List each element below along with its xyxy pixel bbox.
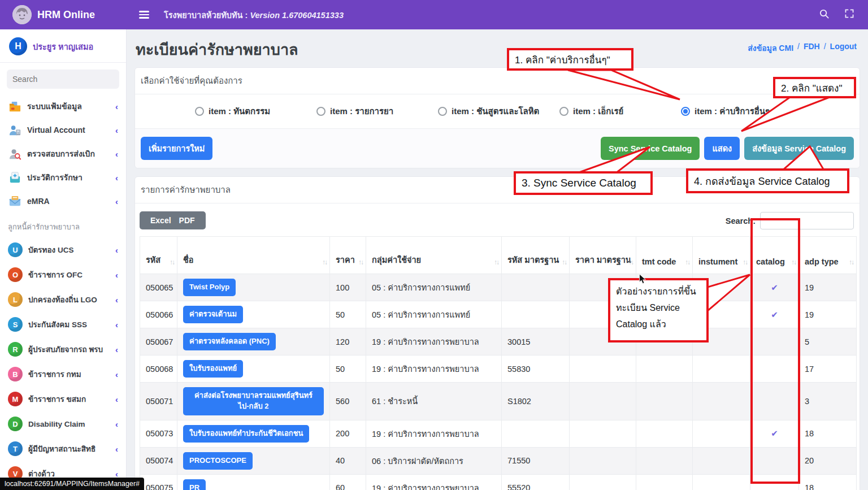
sort-icon[interactable]: ↑↓: [628, 258, 633, 266]
sort-icon[interactable]: ↑↓: [322, 258, 327, 266]
item-name-badge[interactable]: PR: [183, 479, 206, 490]
sidebar-scheme-item-5[interactable]: Rผู้ประสบภัยจากรถ พรบ‹: [0, 337, 126, 362]
column-header-9[interactable]: catalog↑↓: [750, 237, 799, 274]
sidebar-search-input[interactable]: [7, 70, 119, 89]
price-cell: 120: [330, 328, 366, 355]
table-row: 050075PR6019 : ค่าบริการทางการพยาบาล5552…: [140, 474, 857, 490]
sidebar-scheme-item-1[interactable]: Uบัตรทอง UCS‹: [0, 237, 126, 262]
instrument-cell: [693, 474, 750, 490]
annotation-step2: 2. คลิก "แสดง": [773, 77, 856, 98]
annotation-step3: 3. Sync Service Catalog: [514, 171, 653, 195]
item-name-badge[interactable]: ใบรับรองแพทย์ทำประกันชีวิตเอกชน: [183, 425, 309, 443]
sidebar-scheme-label: ข้าราชการ ขสมก: [28, 393, 110, 405]
item-name-badge[interactable]: ใบรับรองแพทย์: [183, 360, 243, 378]
instrument-cell: [693, 420, 750, 447]
item-name-cell: PROCTOSCOPE: [177, 447, 330, 474]
expense-group-cell: 19 : ค่าบริการทางการพยาบาล: [366, 355, 502, 383]
chevron-left-icon: ‹: [115, 444, 118, 454]
sort-icon[interactable]: ↑↓: [849, 258, 853, 266]
sidebar-scheme-label: ข้าราชการ OFC: [28, 268, 110, 281]
column-header-1[interactable]: รหัส↑↓: [140, 237, 177, 274]
standard-code-cell: 55520: [502, 474, 570, 490]
sort-icon[interactable]: ↑↓: [791, 258, 796, 266]
item-type-radio-3[interactable]: item : ชันสูตรและโลหิต: [438, 105, 559, 118]
header-link-2[interactable]: FDH: [804, 42, 820, 54]
column-header-8[interactable]: instument↑↓: [693, 237, 750, 274]
column-header-7[interactable]: tmt code↑↓: [636, 237, 693, 274]
standard-price-cell: [570, 355, 636, 383]
catalog-check-icon: ✔: [756, 283, 793, 293]
sidebar-item-5[interactable]: eMRA‹: [0, 189, 126, 213]
radio-label: item : ชันสูตรและโลหิต: [452, 105, 539, 118]
sync-service-catalog-button[interactable]: Sync Service Catalog: [601, 137, 700, 160]
sidebar-scheme-label: บัตรทอง UCS: [28, 244, 110, 256]
sort-icon[interactable]: ↑↓: [358, 258, 363, 266]
table-search-input[interactable]: [760, 212, 854, 229]
adp-type-cell: 19: [799, 274, 857, 301]
link-separator: /: [797, 42, 800, 54]
items-table: รหัส↑↓ชื่อ↑↓ราคา↑↓กลุ่มค่าใช้จ่าย↑↓รหัส …: [140, 236, 857, 490]
pdf-export-button[interactable]: PDF: [176, 216, 198, 225]
sidebar-item-2[interactable]: Virtual Account‹: [0, 118, 126, 142]
radio-circle-icon: [681, 107, 690, 116]
page-title: ทะเบียนค่ารักษาพยาบาล: [136, 37, 298, 62]
radio-circle-icon: [559, 107, 568, 116]
sidebar-item-1[interactable]: ระบบแฟ้มข้อมูล‹: [0, 94, 126, 118]
item-name-badge[interactable]: PROCTOSCOPE: [183, 452, 253, 470]
sort-icon[interactable]: ↑↓: [743, 258, 747, 266]
sidebar-scheme-item-3[interactable]: Lปกครองท้องถิ่น LGO‹: [0, 287, 126, 312]
sort-icon[interactable]: ↑↓: [494, 258, 498, 266]
search-icon[interactable]: [819, 8, 830, 21]
item-code-cell: 050073: [140, 420, 177, 447]
scheme-letter-icon: O: [8, 267, 23, 282]
price-cell: 50: [330, 355, 366, 383]
sort-icon[interactable]: ↑↓: [170, 258, 174, 266]
radio-circle-icon: [316, 107, 326, 116]
sort-icon[interactable]: ↑↓: [685, 258, 689, 266]
item-type-radio-5[interactable]: item : ค่าบริการอื่นๆ: [681, 105, 802, 118]
column-header-3[interactable]: ราคา↑↓: [330, 237, 366, 274]
item-name-badge[interactable]: ค่าตรวจหลังคลอด (PNC): [183, 333, 276, 350]
column-header-2[interactable]: ชื่อ↑↓: [177, 237, 330, 274]
item-name-badge[interactable]: ค่าส่งต่อโรงพยาบาลรวมแพทย์สุรินทร์ไป-กลั…: [183, 387, 324, 415]
sidebar-scheme-label: ผู้มีปัญหาสถานะสิทธิ: [28, 443, 110, 455]
expense-group-cell: 19 : ค่าบริการทางการพยาบาล: [366, 474, 502, 490]
send-service-catalog-button[interactable]: ส่งข้อมูล Service Catalog: [744, 137, 854, 160]
header-link-3[interactable]: Logout: [830, 42, 857, 54]
sidebar-item-3[interactable]: ตรวจสอบการส่งเบิก‹: [0, 142, 126, 166]
sidebar-scheme-item-2[interactable]: Oข้าราชการ OFC‹: [0, 262, 126, 287]
user-profile[interactable]: H ประยูร หาญเสมอ: [0, 29, 126, 63]
sidebar-scheme-item-9[interactable]: Tผู้มีปัญหาสถานะสิทธิ‹: [0, 436, 126, 461]
excel-export-button[interactable]: Excel: [147, 216, 174, 225]
tmt-code-cell: [636, 420, 693, 447]
fullscreen-icon[interactable]: [844, 8, 854, 21]
add-item-button[interactable]: เพิ่มรายการใหม่: [141, 137, 212, 160]
item-type-radio-2[interactable]: item : รายการยา: [316, 105, 438, 118]
item-name-cell: ค่าตรวจหลังคลอด (PNC): [177, 328, 330, 355]
sidebar-scheme-item-8[interactable]: DDisability Claim‹: [0, 411, 126, 436]
item-type-radio-1[interactable]: item : ทันตกรรม: [195, 105, 316, 118]
column-header-4[interactable]: กลุ่มค่าใช้จ่าย↑↓: [366, 237, 502, 274]
expense-group-cell: 06 : บริการผ่าตัด/หัตถการ: [366, 447, 502, 474]
sidebar-item-4[interactable]: ประวัติการรักษา‹: [0, 166, 126, 189]
sort-icon[interactable]: ↑↓: [562, 258, 566, 266]
standard-code-cell: 55830: [502, 355, 570, 383]
column-header-5[interactable]: รหัส มาตรฐาน↑↓: [502, 237, 570, 274]
column-header-10[interactable]: adp type↑↓: [799, 237, 857, 274]
item-code-cell: 050068: [140, 355, 177, 383]
item-name-badge[interactable]: ค่าตรวจเต้านม: [183, 306, 243, 323]
column-header-6[interactable]: ราคา มาตรฐาน↑↓: [570, 237, 636, 274]
item-type-radio-4[interactable]: item : เอ็กเรย์: [559, 105, 681, 118]
header-link-1[interactable]: ส่งข้อมูล CMI: [748, 42, 793, 54]
sidebar-scheme-item-4[interactable]: Sประกันสังคม SSS‹: [0, 312, 126, 337]
sidebar-scheme-item-7[interactable]: Mข้าราชการ ขสมก‹: [0, 387, 126, 411]
price-cell: 200: [330, 420, 366, 447]
item-name-badge[interactable]: Twist Polyp: [183, 279, 236, 296]
sidebar-item-label: eMRA: [27, 197, 110, 206]
adp-type-cell: 19: [799, 301, 857, 328]
chevron-left-icon: ‹: [115, 370, 118, 379]
hamburger-menu-icon[interactable]: [139, 11, 149, 19]
sidebar-scheme-item-6[interactable]: Bข้าราชการ กทม‹: [0, 362, 126, 387]
show-button[interactable]: แสดง: [704, 137, 740, 160]
catalog-cell: [750, 447, 799, 474]
